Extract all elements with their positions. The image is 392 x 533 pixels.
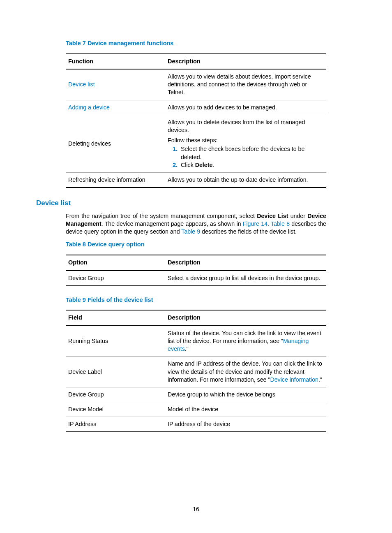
table8-header-description: Description — [165, 255, 326, 271]
table-row: Adding a device Allows you to add device… — [66, 100, 326, 115]
cell-description: Select a device group to list all device… — [165, 271, 326, 286]
desc-line: Allows you to delete devices from the li… — [168, 119, 305, 133]
steps-list: Select the check boxes before the device… — [168, 145, 325, 169]
cell-description: Device group to which the device belongs — [165, 387, 326, 402]
table8: Option Description Device Group Select a… — [66, 255, 326, 286]
desc-text: ." — [318, 376, 322, 383]
step-bold: Delete — [195, 162, 213, 168]
table-row: Running Status Status of the device. You… — [66, 326, 326, 357]
table-row: Device Model Model of the device — [66, 402, 326, 417]
section-heading-device-list: Device list — [36, 199, 326, 208]
table-row: Device Group Device group to which the d… — [66, 387, 326, 402]
table-row: IP Address IP address of the device — [66, 417, 326, 432]
table9-header-field: Field — [66, 310, 165, 326]
table8-caption: Table 8 Device query option — [66, 241, 326, 249]
link-device-list[interactable]: Device list — [68, 81, 95, 88]
document-page: Table 7 Device management functions Func… — [0, 0, 392, 533]
table7: Function Description Device list Allows … — [66, 53, 326, 188]
desc-line: Follow these steps: — [168, 137, 217, 144]
step-text: . — [212, 162, 214, 168]
cell-field: Device Model — [66, 402, 165, 417]
cell-description: Model of the device — [165, 402, 326, 417]
cell-field: Running Status — [66, 326, 165, 357]
cell-description: Allows you to obtain the up-to-date devi… — [165, 172, 326, 188]
desc-text: ." — [185, 345, 189, 352]
link-device-information[interactable]: Device information — [270, 376, 318, 383]
cell-description: Allows you to delete devices from the li… — [165, 115, 326, 172]
para-text: From the navigation tree of the system m… — [66, 213, 257, 219]
link-adding-a-device[interactable]: Adding a device — [68, 104, 110, 111]
table-row: Refreshing device information Allows you… — [66, 172, 326, 188]
cell-function: Deleting devices — [66, 115, 165, 172]
step-item: Select the check boxes before the device… — [179, 145, 325, 161]
table7-header-description: Description — [165, 54, 326, 70]
table7-caption: Table 7 Device management functions — [66, 39, 326, 48]
para-text: . — [267, 220, 271, 227]
para-bold: Device List — [257, 213, 288, 219]
cell-field: Device Label — [66, 357, 165, 387]
table9-header-description: Description — [165, 310, 326, 326]
page-number: 16 — [0, 505, 392, 513]
table7-header-function: Function — [66, 54, 165, 70]
intro-paragraph: From the navigation tree of the system m… — [66, 212, 326, 236]
cell-description: Allows you to view details about devices… — [165, 69, 326, 100]
cell-function: Refreshing device information — [66, 172, 165, 188]
step-text: Click — [181, 162, 195, 168]
table9: Field Description Running Status Status … — [66, 310, 326, 432]
cell-description: Name and IP address of the device. You c… — [165, 357, 326, 387]
table-row: Device list Allows you to view details a… — [66, 69, 326, 100]
para-text: . The device management page appears, as… — [101, 220, 243, 227]
para-text: describes the fields of the device list. — [200, 228, 297, 235]
table-row: Device Label Name and IP address of the … — [66, 357, 326, 387]
table-row: Deleting devices Allows you to delete de… — [66, 115, 326, 172]
cell-field: Device Group — [66, 387, 165, 402]
para-text: under — [288, 213, 307, 219]
cell-description: Allows you to add devices to be managed. — [165, 100, 326, 115]
table-row: Device Group Select a device group to li… — [66, 271, 326, 286]
cell-description: IP address of the device — [165, 417, 326, 432]
table8-header-option: Option — [66, 255, 165, 271]
table9-caption: Table 9 Fields of the device list — [66, 296, 326, 304]
step-item: Click Delete. — [179, 161, 325, 169]
cell-description: Status of the device. You can click the … — [165, 326, 326, 357]
link-figure-14[interactable]: Figure 14 — [243, 220, 267, 227]
cell-field: IP Address — [66, 417, 165, 432]
link-table-8[interactable]: Table 8 — [271, 220, 290, 227]
cell-option: Device Group — [66, 271, 165, 286]
link-table-9[interactable]: Table 9 — [181, 228, 200, 235]
